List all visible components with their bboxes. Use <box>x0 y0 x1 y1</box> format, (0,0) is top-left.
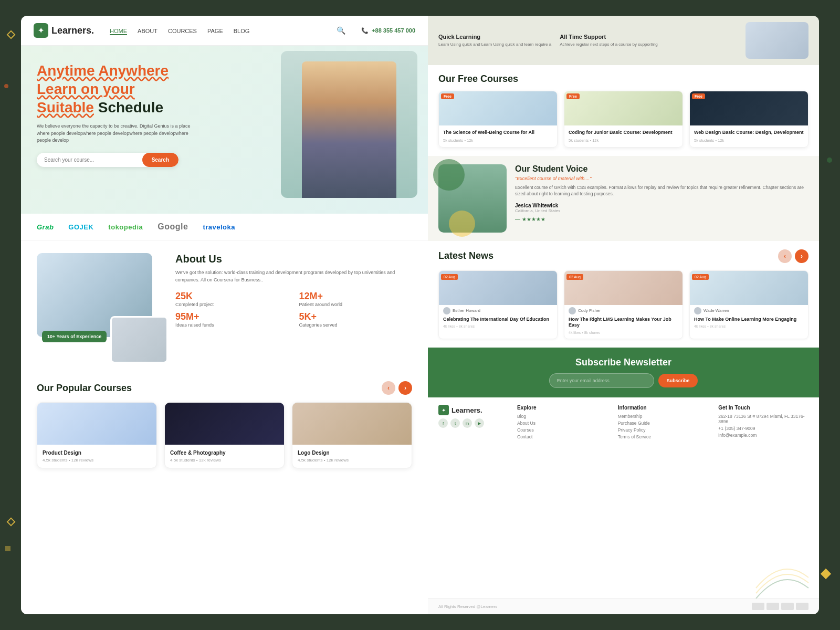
phone-icon: 📞 <box>361 27 369 34</box>
free-courses-grid: Free The Science of Well-Being Course fo… <box>438 91 808 148</box>
free-course-name-2: Coding for Junior Basic Course: Developm… <box>569 130 678 136</box>
footer-phone[interactable]: +1 (305) 347-9009 <box>718 426 808 431</box>
facebook-icon[interactable]: f <box>438 418 448 428</box>
author-avatar-3 <box>694 307 701 314</box>
footer-link-contact[interactable]: Contact <box>517 434 607 439</box>
subscribe-button[interactable]: Subscribe <box>658 374 698 387</box>
navbar: ✦ Learners. HOME ABOUT COURCES PAGE BLOG… <box>21 16 428 46</box>
subscribe-email-input[interactable] <box>549 373 654 388</box>
popular-courses-header: Our Popular Courses ‹ › <box>37 381 412 395</box>
twitter-icon[interactable]: t <box>450 418 460 428</box>
deco-diamond-bl <box>7 518 16 527</box>
footer-link-membership[interactable]: Membership <box>618 414 708 419</box>
course-name-1: Product Design <box>43 450 151 456</box>
headline-highlight: Suitable <box>37 99 94 116</box>
footer-link-about[interactable]: About Us <box>517 421 607 426</box>
footer-email[interactable]: info@example.com <box>718 433 808 438</box>
news-date-1: 02 Aug <box>441 274 458 280</box>
news-card-3[interactable]: 02 Aug Wade Warren How To Make Online Le… <box>689 270 808 339</box>
green-semi-deco <box>433 159 465 191</box>
footer-logo: ✦ Learners. <box>438 405 507 415</box>
course-name-2: Coffee & Photography <box>170 450 279 456</box>
logo[interactable]: ✦ Learners. <box>34 23 94 38</box>
top-banner: Quick Learning Learn Using quick and Lea… <box>428 16 819 65</box>
free-courses-section: Our Free Courses Free The Science of Wel… <box>428 65 819 156</box>
news-info-1: Esther Howard Celebrating The Internatio… <box>439 305 557 333</box>
footer-info-links: Membership Purchase Guide Privacy Policy… <box>618 414 708 439</box>
person-silhouette <box>302 61 396 198</box>
search-button[interactable]: Search <box>142 153 178 167</box>
search-icon[interactable]: 🔍 <box>337 26 345 35</box>
free-course-2[interactable]: Free Coding for Junior Basic Course: Dev… <box>564 91 683 148</box>
free-course-meta-2: 5k students • 12k <box>569 138 678 143</box>
nav-page[interactable]: PAGE <box>207 28 223 34</box>
youtube-icon[interactable]: ▶ <box>475 418 484 428</box>
hero-description: We believe everyone the capacity to be c… <box>37 123 194 144</box>
course-meta-1: 4.5k students • 12k reviews <box>43 458 151 463</box>
footer-address: 262-18 73136 St # 87294 Miami, FL 33176-… <box>718 414 808 424</box>
course-card-1[interactable]: Product Design 4.5k students • 12k revie… <box>37 402 157 468</box>
partner-gojek: GOJEK <box>68 223 93 231</box>
instagram-icon[interactable]: in <box>463 418 472 428</box>
deco-dot-3 <box>5 546 10 551</box>
features-list: Quick Learning Learn Using quick and Lea… <box>438 34 735 47</box>
courses-grid: Product Design 4.5k students • 12k revie… <box>37 402 412 468</box>
news-headline-3: How To Make Online Learning More Engagin… <box>694 317 804 323</box>
free-course-info-2: Coding for Junior Basic Course: Developm… <box>564 125 682 147</box>
search-input[interactable] <box>37 153 142 167</box>
free-course-thumb-2: Free <box>564 91 682 125</box>
footer-info: Information Membership Purchase Guide Pr… <box>618 405 708 593</box>
footer-logo-text: Learners. <box>452 406 482 414</box>
course-name-3: Logo Design <box>298 450 406 456</box>
latest-news-section: Latest News ‹ › 02 Aug Esther Howard <box>428 241 819 348</box>
free-course-info-3: Web Design Basic Course: Design, Develop… <box>690 125 808 147</box>
courses-next-button[interactable]: › <box>398 381 412 395</box>
free-badge-3: Free <box>692 93 705 99</box>
free-course-meta-3: 5k students • 12k <box>694 138 804 143</box>
nav-blog[interactable]: BLOG <box>234 28 250 34</box>
footer-explore-links: Blog About Us Courses Contact <box>517 414 607 439</box>
left-panel: ✦ Learners. HOME ABOUT COURCES PAGE BLOG… <box>21 16 428 614</box>
free-course-3[interactable]: Free Web Design Basic Course: Design, De… <box>689 91 808 148</box>
course-nav-arrows: ‹ › <box>382 381 412 395</box>
hero-person-image <box>281 51 417 198</box>
nav-about[interactable]: ABOUT <box>138 28 158 34</box>
news-card-1[interactable]: 02 Aug Esther Howard Celebrating The Int… <box>438 270 558 339</box>
stat-categories: 5K+ Categories served <box>299 311 413 328</box>
student-photo <box>438 164 507 233</box>
course-card-3[interactable]: Logo Design 4.5k students • 12k reviews <box>292 402 412 468</box>
courses-prev-button[interactable]: ‹ <box>382 381 395 395</box>
voice-quote: "Excellent course of material with...." <box>515 176 808 181</box>
news-thumb-3: 02 Aug <box>690 271 808 305</box>
search-bar[interactable]: Search <box>37 153 178 167</box>
nav-home[interactable]: HOME <box>110 28 127 35</box>
footer-explore: Explore Blog About Us Courses Contact <box>517 405 607 593</box>
news-nav-arrows: ‹ › <box>778 249 808 263</box>
hero-headline: Anytime Anywhere Learn on your Suitable … <box>37 61 194 117</box>
news-next-button[interactable]: › <box>795 249 808 263</box>
hero-text: Anytime Anywhere Learn on your Suitable … <box>37 61 194 167</box>
news-headline-1: Celebrating The International Day Of Edu… <box>443 317 553 323</box>
news-meta-2: 4k likes • 8k shares <box>569 331 678 334</box>
yellow-semi-deco <box>449 211 475 237</box>
free-course-name-1: The Science of Well-Being Course for All <box>443 130 553 136</box>
footer-link-blog[interactable]: Blog <box>517 414 607 419</box>
news-card-2[interactable]: 02 Aug Cody Fisher How The Right LMS Lea… <box>564 270 683 339</box>
news-prev-button[interactable]: ‹ <box>778 249 792 263</box>
course-card-2[interactable]: Coffee & Photography 4.5k students • 12k… <box>164 402 285 468</box>
about-section: 10+ Years of Experience About Us We've g… <box>21 240 428 371</box>
banner-image <box>746 22 808 59</box>
student-voice-section: Our Student Voice "Excellent course of m… <box>428 156 819 241</box>
author-avatar-1 <box>443 307 450 314</box>
phone-number: 📞 +88 355 457 000 <box>361 27 415 34</box>
footer-link-purchase[interactable]: Purchase Guide <box>618 421 708 426</box>
feature-support-title: All Time Support <box>560 34 657 40</box>
about-images: 10+ Years of Experience <box>37 253 163 358</box>
nav-courses[interactable]: COURCES <box>168 28 197 34</box>
author-avatar-2 <box>569 307 576 314</box>
free-course-1[interactable]: Free The Science of Well-Being Course fo… <box>438 91 558 148</box>
footer-link-courses[interactable]: Courses <box>517 427 607 433</box>
footer-link-privacy[interactable]: Privacy Policy <box>618 427 708 433</box>
partners-section: Grab GOJEK tokopedia Google traveloka <box>21 214 428 240</box>
footer-link-terms[interactable]: Terms of Service <box>618 434 708 439</box>
